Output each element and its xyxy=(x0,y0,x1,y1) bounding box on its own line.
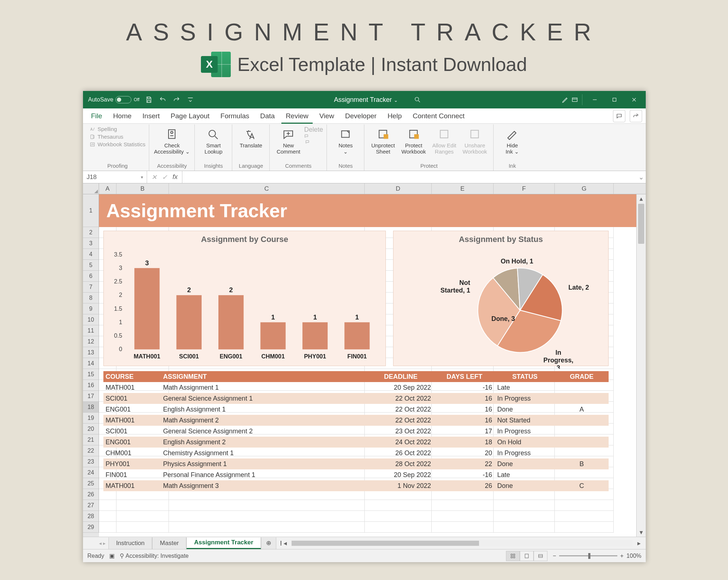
translate-button[interactable]: Translate xyxy=(236,126,266,161)
tab-view[interactable]: View xyxy=(315,108,339,124)
col-header[interactable]: F xyxy=(494,183,555,194)
table-row[interactable]: CHM001Chemistry Assignment 126 Oct 20222… xyxy=(103,448,609,458)
accessibility-status[interactable]: ⚲ Accessibility: Investigate xyxy=(120,552,189,559)
row-header[interactable]: 27 xyxy=(83,500,99,511)
tab-developer[interactable]: Developer xyxy=(341,108,381,124)
row-header[interactable]: 13 xyxy=(83,347,99,358)
col-header[interactable]: G xyxy=(555,183,614,194)
table-row[interactable]: MATH001Math Assignment 120 Sep 2022-16La… xyxy=(103,382,609,393)
table-row[interactable]: MATH001Math Assignment 222 Oct 202216Not… xyxy=(103,415,609,426)
row-header[interactable]: 17 xyxy=(83,391,99,402)
row-header[interactable]: 12 xyxy=(83,336,99,347)
vertical-scrollbar[interactable]: ▴ ▾ xyxy=(636,194,646,537)
tab-page-layout[interactable]: Page Layout xyxy=(166,108,214,124)
col-header[interactable]: E xyxy=(432,183,494,194)
expand-formula-bar-icon[interactable]: ⌄ xyxy=(636,173,646,181)
hide-ink-button[interactable]: HideInk ⌄ xyxy=(497,126,527,161)
cells-area[interactable]: Assignment Tracker Assignment by Course … xyxy=(99,194,636,537)
unprotect-sheet-button[interactable]: UnprotectSheet xyxy=(368,126,398,161)
row-header[interactable]: 7 xyxy=(83,282,99,293)
table-row[interactable]: SCI001General Science Assignment 223 Oct… xyxy=(103,426,609,437)
row-header[interactable]: 29 xyxy=(83,522,99,533)
tab-insert[interactable]: Insert xyxy=(138,108,164,124)
row-header[interactable]: 24 xyxy=(83,467,99,478)
tab-home[interactable]: Home xyxy=(109,108,136,124)
protect-workbook-button[interactable]: ProtectWorkbook xyxy=(399,126,428,161)
table-row[interactable]: ENG001English Assignment 224 Oct 202218O… xyxy=(103,437,609,448)
row-header[interactable]: 18 xyxy=(83,402,99,413)
table-row[interactable]: ENG001English Assignment 122 Oct 202216D… xyxy=(103,404,609,415)
row-header[interactable]: 28 xyxy=(83,511,99,522)
row-header[interactable]: 6 xyxy=(83,271,99,282)
tab-content-connect[interactable]: Content Connect xyxy=(408,108,469,124)
row-header[interactable]: 25 xyxy=(83,478,99,489)
horizontal-scrollbar[interactable]: ⁞ ◂ ▸ xyxy=(276,539,646,547)
view-normal-button[interactable] xyxy=(506,551,520,561)
row-header[interactable]: 11 xyxy=(83,325,99,336)
minimize-button[interactable] xyxy=(585,91,604,108)
ribbon-display-icon[interactable] xyxy=(570,95,579,104)
row-header[interactable]: 16 xyxy=(83,380,99,391)
sheet-tab-instruction[interactable]: Instruction xyxy=(108,537,152,549)
qat-dropdown-icon[interactable] xyxy=(186,95,195,104)
row-header[interactable]: 5 xyxy=(83,260,99,271)
sheet-tab-master[interactable]: Master xyxy=(152,537,186,549)
col-header[interactable]: B xyxy=(116,183,169,194)
notes-button[interactable]: Notes⌄ xyxy=(331,126,360,161)
row-header[interactable]: 23 xyxy=(83,456,99,467)
table-row[interactable]: FIN001Personal Finance Assignment 120 Se… xyxy=(103,469,609,480)
sheet-tab-tracker[interactable]: Assignment Tracker xyxy=(186,537,261,549)
view-page-layout-button[interactable] xyxy=(520,551,534,561)
row-header[interactable]: 4 xyxy=(83,249,99,260)
tab-formulas[interactable]: Formulas xyxy=(216,108,254,124)
select-all-corner[interactable] xyxy=(83,183,99,194)
row-header[interactable]: 20 xyxy=(83,424,99,434)
macro-record-icon[interactable]: ▣ xyxy=(109,552,115,559)
row-header[interactable]: 22 xyxy=(83,445,99,456)
row-header[interactable]: 14 xyxy=(83,358,99,369)
row-header[interactable]: 10 xyxy=(83,314,99,325)
row-header[interactable]: 9 xyxy=(83,303,99,314)
table-row[interactable]: MATH001Math Assignment 31 Nov 202226Done… xyxy=(103,480,609,491)
table-row[interactable]: SCI001General Science Assignment 122 Oct… xyxy=(103,393,609,404)
autosave-toggle[interactable]: AutoSave Off xyxy=(88,96,139,103)
view-page-break-button[interactable] xyxy=(534,551,547,561)
sheet-grid[interactable]: 1234567891011121314151617181920212223242… xyxy=(83,194,646,537)
document-title[interactable]: Assignment Tracker ⌄ xyxy=(334,96,398,104)
pen-icon[interactable] xyxy=(561,95,570,104)
sheet-nav[interactable]: ◂ ▸ xyxy=(99,540,106,546)
col-header[interactable]: A xyxy=(99,183,116,194)
row-header[interactable]: 2 xyxy=(83,227,99,238)
smart-lookup-button[interactable]: SmartLookup xyxy=(198,126,228,161)
spelling-button[interactable]: Spelling xyxy=(90,126,145,132)
col-header[interactable]: C xyxy=(169,183,365,194)
tab-file[interactable]: File xyxy=(87,108,107,124)
row-header[interactable]: 15 xyxy=(83,369,99,380)
new-comment-button[interactable]: NewComment xyxy=(273,126,303,161)
redo-icon[interactable] xyxy=(172,95,181,104)
row-header[interactable]: 1 xyxy=(83,194,99,227)
search-icon[interactable] xyxy=(413,95,422,104)
row-header[interactable]: 21 xyxy=(83,434,99,445)
tab-help[interactable]: Help xyxy=(383,108,406,124)
save-icon[interactable] xyxy=(145,95,153,104)
tab-review[interactable]: Review xyxy=(281,108,313,124)
share-icon[interactable] xyxy=(630,110,642,122)
row-header[interactable]: 19 xyxy=(83,413,99,424)
check-accessibility-button[interactable]: CheckAccessibility ⌄ xyxy=(153,126,191,161)
undo-icon[interactable] xyxy=(158,95,167,104)
maximize-button[interactable] xyxy=(605,91,624,108)
workbook-stats-button[interactable]: Workbook Statistics xyxy=(90,141,145,147)
tab-data[interactable]: Data xyxy=(256,108,279,124)
name-box[interactable]: J18▾ xyxy=(83,171,147,183)
formula-bar[interactable] xyxy=(182,171,636,183)
zoom-control[interactable]: − + 100% xyxy=(553,553,641,559)
thesaurus-button[interactable]: Thesaurus xyxy=(90,134,145,140)
close-button[interactable] xyxy=(625,91,644,108)
row-header[interactable]: 3 xyxy=(83,238,99,249)
row-header[interactable]: 26 xyxy=(83,489,99,500)
new-sheet-button[interactable]: ⊕ xyxy=(261,537,276,549)
comments-pane-icon[interactable] xyxy=(613,110,625,122)
row-header[interactable]: 8 xyxy=(83,293,99,303)
table-row[interactable]: PHY001Physics Assignment 128 Oct 202222D… xyxy=(103,458,609,469)
